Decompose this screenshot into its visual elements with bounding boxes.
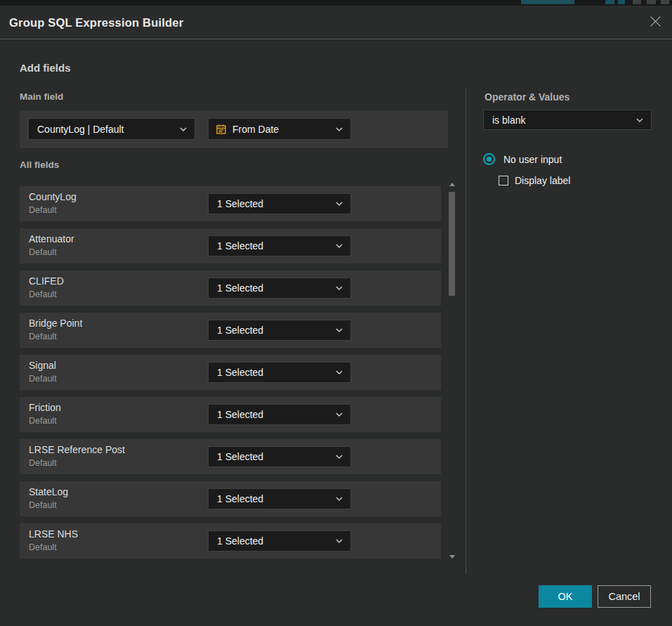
field-list-item[interactable]: LRSE Reference Post Default 1 Selected <box>20 439 441 474</box>
layer-select[interactable]: CountyLog | Default <box>28 118 195 140</box>
all-fields-list: CountyLog Default 1 Selected Attenuator … <box>20 186 441 566</box>
field-selection-value: 1 Selected <box>209 409 336 420</box>
close-button[interactable] <box>647 13 663 29</box>
chevron-down-icon <box>336 328 343 332</box>
chevron-down-icon <box>336 286 343 290</box>
field-list-item[interactable]: Signal Default 1 Selected <box>20 355 441 390</box>
background-app-fragment <box>618 0 625 4</box>
cancel-button[interactable]: Cancel <box>598 585 651 608</box>
field-selection-value: 1 Selected <box>209 282 336 294</box>
field-select[interactable]: From Date <box>208 118 351 140</box>
chevron-down-icon <box>636 118 643 122</box>
field-selection-select[interactable]: 1 Selected <box>208 362 351 383</box>
close-icon <box>650 15 661 27</box>
field-name: Attenuator <box>29 233 74 244</box>
field-sublabel: Default <box>29 374 57 384</box>
field-name: CountyLog <box>29 191 77 202</box>
field-selection-value: 1 Selected <box>209 240 336 252</box>
field-sublabel: Default <box>29 332 57 341</box>
display-label-checkbox[interactable]: Display label <box>499 175 570 186</box>
field-list-item[interactable]: Attenuator Default 1 Selected <box>20 228 441 263</box>
radio-icon <box>483 153 495 165</box>
display-label-label: Display label <box>515 175 570 186</box>
background-app-fragment <box>521 0 574 4</box>
field-selection-select[interactable]: 1 Selected <box>208 530 351 552</box>
chevron-down-icon <box>180 127 187 131</box>
background-app-fragment <box>661 0 669 4</box>
no-user-input-label: No user input <box>503 154 562 165</box>
field-selection-select[interactable]: 1 Selected <box>208 235 351 256</box>
background-app-fragment <box>633 0 641 4</box>
background-app-strip <box>0 0 672 6</box>
chevron-down-icon <box>336 539 343 543</box>
field-selection-select[interactable]: 1 Selected <box>208 320 351 341</box>
scrollbar-down-arrow-icon[interactable] <box>449 555 455 559</box>
scrollbar-up-arrow-icon[interactable] <box>449 183 455 186</box>
field-list-item[interactable]: StateLog Default 1 Selected <box>20 481 441 516</box>
field-selection-value: 1 Selected <box>209 535 336 547</box>
chevron-down-icon <box>336 370 343 374</box>
dialog-header: Group SQL Expression Builder <box>0 6 672 39</box>
field-selection-select[interactable]: 1 Selected <box>208 446 351 467</box>
field-selection-select[interactable]: 1 Selected <box>208 404 351 425</box>
field-sublabel: Default <box>29 289 57 299</box>
field-selection-select[interactable]: 1 Selected <box>208 278 351 299</box>
field-sublabel: Default <box>29 416 57 426</box>
field-name: LRSE Reference Post <box>29 444 125 455</box>
operator-select[interactable]: is blank <box>483 110 652 130</box>
field-name: Bridge Point <box>29 318 82 329</box>
chevron-down-icon <box>336 244 343 248</box>
field-name: Signal <box>29 360 56 371</box>
field-name: LRSE NHS <box>29 528 78 540</box>
dialog-title: Group SQL Expression Builder <box>9 6 183 39</box>
operator-select-value: is blank <box>484 115 636 126</box>
field-select-value: From Date <box>232 124 336 135</box>
field-sublabel: Default <box>29 458 57 468</box>
all-fields-label: All fields <box>20 159 59 170</box>
chevron-down-icon <box>336 497 343 501</box>
ok-button[interactable]: OK <box>539 585 592 608</box>
field-sublabel: Default <box>29 247 57 257</box>
field-selection-value: 1 Selected <box>209 325 336 336</box>
field-list-item[interactable]: Friction Default 1 Selected <box>20 397 441 432</box>
field-selection-value: 1 Selected <box>209 198 336 209</box>
field-list-item[interactable]: CountyLog Default 1 Selected <box>20 186 441 221</box>
add-fields-heading: Add fields <box>20 62 71 74</box>
layer-select-value: CountyLog | Default <box>29 124 180 135</box>
no-user-input-radio[interactable]: No user input <box>483 153 562 165</box>
field-list-item[interactable]: LRSE NHS Default 1 Selected <box>20 523 441 559</box>
checkbox-icon <box>499 176 508 185</box>
group-sql-expression-builder-dialog: Group SQL Expression Builder Add fields … <box>0 6 672 626</box>
field-selection-value: 1 Selected <box>209 451 336 462</box>
field-name: CLIFED <box>29 275 64 287</box>
scrollbar-thumb[interactable] <box>449 192 455 296</box>
operator-values-heading: Operator & Values <box>485 91 569 103</box>
field-sublabel: Default <box>29 500 57 510</box>
main-field-label: Main field <box>20 91 63 102</box>
field-sublabel: Default <box>29 205 57 215</box>
field-selection-value: 1 Selected <box>209 367 336 378</box>
background-app-fragment <box>647 0 656 4</box>
vertical-divider <box>466 88 466 574</box>
field-name: StateLog <box>29 486 68 497</box>
chevron-down-icon <box>336 412 343 417</box>
field-name: Friction <box>29 402 61 413</box>
field-list-item[interactable]: Bridge Point Default 1 Selected <box>20 313 441 348</box>
chevron-down-icon <box>336 455 343 459</box>
field-sublabel: Default <box>29 542 57 552</box>
list-scrollbar[interactable] <box>448 181 456 560</box>
main-field-panel: CountyLog | Default From Date <box>20 110 448 148</box>
chevron-down-icon <box>336 127 343 131</box>
calendar-icon <box>216 124 227 135</box>
chevron-down-icon <box>336 202 343 206</box>
background-app-fragment <box>605 0 614 4</box>
field-list-item[interactable]: CLIFED Default 1 Selected <box>20 270 441 306</box>
field-selection-select[interactable]: 1 Selected <box>208 488 351 509</box>
field-selection-select[interactable]: 1 Selected <box>208 193 351 214</box>
field-selection-value: 1 Selected <box>209 493 336 504</box>
